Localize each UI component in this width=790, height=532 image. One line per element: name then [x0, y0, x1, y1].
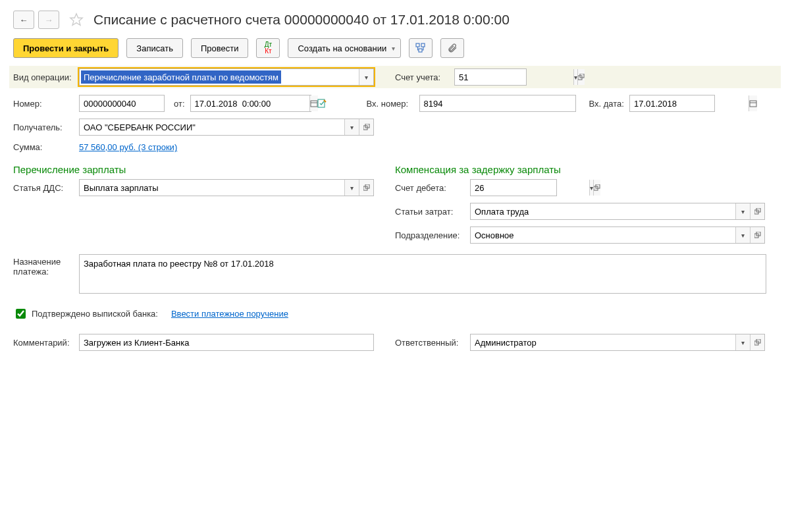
- operation-type-value[interactable]: Перечисление заработной платы по ведомос…: [81, 70, 281, 84]
- department-dropdown[interactable]: ▾: [735, 227, 750, 243]
- department-input[interactable]: [471, 227, 735, 243]
- open-icon: [363, 184, 370, 191]
- responsible-label: Ответственный:: [395, 338, 470, 348]
- department-open-button[interactable]: [750, 227, 764, 243]
- nav-back-button[interactable]: ←: [13, 11, 34, 29]
- svg-rect-1: [416, 43, 419, 47]
- open-icon: [363, 124, 370, 130]
- operation-type-label: Вид операции:: [13, 72, 79, 82]
- debit-account-input[interactable]: [471, 180, 589, 196]
- dt-kt-button[interactable]: ДтКт: [256, 38, 280, 58]
- account-input[interactable]: [455, 69, 573, 85]
- create-based-button[interactable]: Создать на основании: [288, 38, 401, 58]
- date-input[interactable]: [191, 95, 309, 111]
- attachment-button[interactable]: [440, 38, 464, 58]
- responsible-input[interactable]: [471, 334, 735, 350]
- purpose-textarea[interactable]: [79, 254, 766, 294]
- dds-label: Статья ДДС:: [13, 183, 79, 193]
- cost-items-dropdown[interactable]: ▾: [735, 203, 750, 219]
- in-number-label: Вх. номер:: [367, 99, 419, 109]
- open-icon: [594, 184, 600, 191]
- open-icon: [754, 339, 761, 346]
- cost-items-input[interactable]: [471, 203, 735, 219]
- confirmed-checkbox[interactable]: [16, 309, 26, 319]
- dds-dropdown[interactable]: ▾: [344, 180, 359, 196]
- recipient-label: Получатель:: [13, 122, 79, 132]
- cost-items-label: Статьи затрат:: [395, 207, 470, 217]
- dtkt-icon: ДтКт: [265, 41, 272, 55]
- date-label: от:: [174, 99, 185, 109]
- sum-link[interactable]: 57 560,00 руб. (3 строки): [79, 142, 177, 152]
- comment-label: Комментарий:: [13, 338, 79, 348]
- in-date-calendar-button[interactable]: [749, 95, 757, 111]
- operation-type-dropdown[interactable]: ▾: [359, 69, 373, 85]
- number-label: Номер:: [13, 99, 79, 109]
- recipient-dropdown[interactable]: ▾: [344, 119, 359, 135]
- svg-rect-9: [750, 101, 756, 107]
- svg-rect-3: [419, 49, 422, 52]
- posted-icon: [317, 98, 327, 109]
- structure-icon: [415, 43, 426, 53]
- purpose-label: Назначение платежа:: [13, 254, 79, 277]
- save-button[interactable]: Записать: [126, 38, 183, 58]
- account-open-button[interactable]: [577, 69, 585, 85]
- section-compensation-title: Компенсация за задержку зарплаты: [395, 164, 777, 175]
- responsible-open-button[interactable]: [750, 334, 764, 350]
- section-salary-title: Перечисление зарплаты: [13, 164, 395, 175]
- arrow-left-icon: ←: [20, 15, 28, 25]
- department-label: Подразделение:: [395, 230, 470, 240]
- debit-account-open-button[interactable]: [593, 180, 600, 196]
- open-icon: [578, 74, 585, 80]
- dds-input[interactable]: [80, 180, 344, 196]
- post-and-close-button[interactable]: Провести и закрыть: [13, 38, 118, 58]
- svg-marker-0: [70, 14, 82, 25]
- nav-forward-button[interactable]: →: [38, 11, 59, 29]
- sum-label: Сумма:: [13, 142, 79, 152]
- in-number-input[interactable]: [420, 95, 575, 111]
- svg-rect-2: [421, 43, 425, 47]
- debit-account-label: Счет дебета:: [395, 183, 470, 193]
- paperclip-icon: [447, 43, 458, 53]
- confirmed-label: Подтверждено выпиской банка:: [32, 309, 158, 319]
- page-title: Списание с расчетного счета 00000000040 …: [93, 12, 510, 28]
- dds-open-button[interactable]: [359, 180, 373, 196]
- in-date-label: Вх. дата:: [589, 99, 624, 109]
- responsible-dropdown[interactable]: ▾: [735, 334, 750, 350]
- arrow-right-icon: →: [45, 15, 53, 25]
- open-icon: [754, 232, 761, 238]
- comment-input[interactable]: [80, 334, 373, 350]
- open-icon: [754, 208, 761, 215]
- recipient-open-button[interactable]: [359, 119, 373, 135]
- recipient-input[interactable]: [80, 119, 344, 135]
- enter-payment-order-link[interactable]: Ввести платежное поручение: [171, 309, 288, 319]
- structure-button[interactable]: [409, 38, 433, 58]
- cost-items-open-button[interactable]: [750, 203, 764, 219]
- calendar-icon: [749, 99, 757, 107]
- favorite-button[interactable]: [67, 11, 86, 29]
- account-label: Счет учета:: [395, 72, 448, 82]
- star-icon: [69, 13, 84, 27]
- post-button[interactable]: Провести: [191, 38, 249, 58]
- in-date-input[interactable]: [630, 95, 749, 111]
